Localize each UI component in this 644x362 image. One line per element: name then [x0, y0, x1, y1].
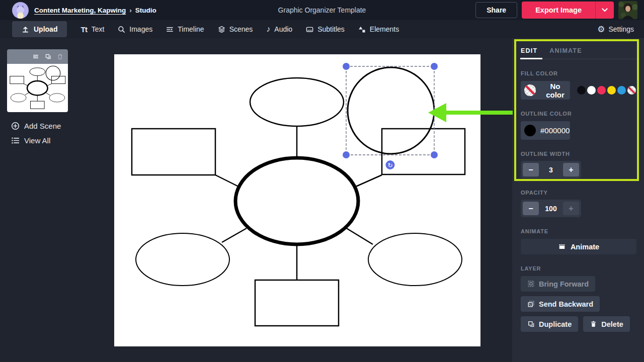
- opacity-increase-button[interactable]: +: [563, 202, 579, 215]
- top-bar: Content Marketing, Kapwing › Studio Grap…: [0, 0, 644, 20]
- tab-scenes[interactable]: Scenes: [218, 25, 253, 33]
- diagram-ellipse[interactable]: [368, 233, 462, 286]
- tab-elements[interactable]: Elements: [358, 25, 399, 33]
- diagram-rect[interactable]: [10, 76, 24, 83]
- selection-handle[interactable]: [343, 151, 350, 158]
- duplicate-scene-icon[interactable]: [45, 53, 51, 60]
- diagram-circle-selected[interactable]: [46, 66, 60, 80]
- diagram-ellipse[interactable]: [11, 94, 26, 102]
- diagram-rect[interactable]: [382, 129, 465, 174]
- outline-width-decrease-button[interactable]: −: [523, 163, 539, 176]
- tab-timeline[interactable]: Timeline: [166, 25, 204, 33]
- tab-audio[interactable]: ♪ Audio: [266, 25, 292, 33]
- fill-swatches: [577, 86, 636, 95]
- tab-subtitles[interactable]: Subtitles: [306, 25, 345, 33]
- text-icon: Tt: [80, 25, 87, 34]
- duplicate-button[interactable]: Duplicate: [521, 316, 578, 332]
- diagram-rect[interactable]: [51, 76, 65, 83]
- outline-color-value: #000000: [540, 126, 570, 135]
- selection-handle[interactable]: [431, 151, 438, 158]
- panel-tabs: EDIT ANIMATE: [521, 47, 640, 59]
- editing-canvas[interactable]: ↻: [114, 54, 480, 346]
- tab-label: Scenes: [229, 25, 253, 33]
- tab-upload[interactable]: Upload: [12, 21, 67, 37]
- tab-label: Subtitles: [317, 25, 345, 33]
- export-options-button[interactable]: [595, 2, 614, 19]
- diagram-ellipse[interactable]: [49, 94, 65, 102]
- search-icon: [118, 26, 125, 33]
- diagram-ellipse[interactable]: [136, 233, 229, 286]
- tab-label: Audio: [274, 25, 292, 33]
- tab-label: Elements: [370, 25, 399, 33]
- duplicate-icon: [527, 320, 535, 328]
- diagram-rect[interactable]: [255, 280, 339, 326]
- diagram-ellipse[interactable]: [235, 158, 358, 244]
- kapwing-studio: Content Marketing, Kapwing › Studio Grap…: [0, 0, 644, 362]
- animate-button[interactable]: Animate: [521, 239, 636, 254]
- export-image-button[interactable]: Export Image: [522, 2, 595, 19]
- tab-label: Timeline: [178, 25, 204, 33]
- diagram-ellipse[interactable]: [250, 78, 344, 126]
- tab-label: Upload: [34, 25, 57, 33]
- delete-scene-icon[interactable]: [57, 53, 63, 60]
- fill-swatch-black[interactable]: [577, 86, 586, 95]
- view-all-button[interactable]: View All: [11, 136, 50, 145]
- send-backward-button[interactable]: Send Backward: [521, 296, 600, 312]
- selection-handle[interactable]: [343, 63, 350, 70]
- workspace-avatar[interactable]: [12, 2, 29, 19]
- breadcrumb-separator: ›: [129, 7, 132, 14]
- user-photo: [618, 1, 637, 19]
- outline-width-increase-button[interactable]: +: [563, 163, 579, 176]
- bring-forward-button[interactable]: Bring Forward: [521, 276, 595, 292]
- diagram-rect[interactable]: [132, 129, 215, 175]
- opacity-value: 100: [545, 205, 556, 213]
- topbar-actions: Share Export Image: [475, 1, 637, 19]
- add-scene-label: Add Scene: [24, 122, 61, 130]
- connector-line: [45, 93, 50, 95]
- tab-text[interactable]: Tt Text: [80, 25, 104, 34]
- music-note-icon: ♪: [266, 25, 270, 33]
- upload-icon: [22, 26, 29, 33]
- connector-line: [346, 228, 373, 244]
- layers-icon: [218, 26, 225, 33]
- graphic-organizer-diagram[interactable]: ↻: [114, 54, 480, 346]
- settings-button[interactable]: ⚙ Settings: [597, 25, 634, 34]
- delete-button[interactable]: Delete: [583, 316, 630, 332]
- settings-label: Settings: [608, 25, 634, 33]
- bring-forward-label: Bring Forward: [539, 280, 589, 288]
- fill-swatch-red[interactable]: [597, 86, 606, 95]
- tab-animate[interactable]: ANIMATE: [549, 47, 582, 54]
- scene-thumbnail-toolbar: [7, 49, 68, 64]
- breadcrumb-workspace-link[interactable]: Content Marketing, Kapwing: [34, 7, 126, 14]
- tab-label: Text: [92, 25, 105, 33]
- diagram-ellipse[interactable]: [30, 68, 45, 76]
- trash-icon: [590, 320, 597, 328]
- tab-images[interactable]: Images: [118, 25, 152, 33]
- share-button[interactable]: Share: [475, 2, 517, 18]
- fill-color-label: FILL COLOR: [521, 70, 644, 76]
- tab-label: Images: [129, 25, 152, 33]
- outline-color-button[interactable]: #000000: [521, 121, 570, 140]
- diagram-circle-selected[interactable]: [348, 67, 434, 154]
- no-color-button[interactable]: No color: [521, 81, 570, 100]
- fill-swatch-blue[interactable]: [617, 86, 626, 95]
- fill-swatch-yellow[interactable]: [607, 86, 616, 95]
- scene-thumbnail[interactable]: [7, 49, 68, 112]
- subtitles-icon: [306, 26, 313, 33]
- add-scene-button[interactable]: Add Scene: [11, 122, 61, 130]
- edit-panel: EDIT ANIMATE FILL COLOR No color O: [512, 38, 644, 362]
- opacity-decrease-button[interactable]: −: [523, 202, 539, 215]
- diagram-ellipse[interactable]: [27, 81, 48, 95]
- fill-swatch-white[interactable]: [587, 86, 596, 95]
- view-all-label: View All: [24, 136, 50, 145]
- outline-width-label: OUTLINE WIDTH: [521, 151, 644, 157]
- tab-edit[interactable]: EDIT: [521, 47, 537, 54]
- reorder-scene-icon[interactable]: [33, 53, 39, 60]
- fill-swatch-nocolor[interactable]: [627, 86, 636, 95]
- project-title[interactable]: Graphic Organizer Template: [278, 6, 366, 14]
- connector-line: [47, 84, 51, 86]
- user-avatar[interactable]: [618, 1, 637, 19]
- selection-handle[interactable]: [431, 63, 438, 70]
- layer-label: LAYER: [521, 265, 644, 272]
- diagram-rect[interactable]: [31, 101, 45, 109]
